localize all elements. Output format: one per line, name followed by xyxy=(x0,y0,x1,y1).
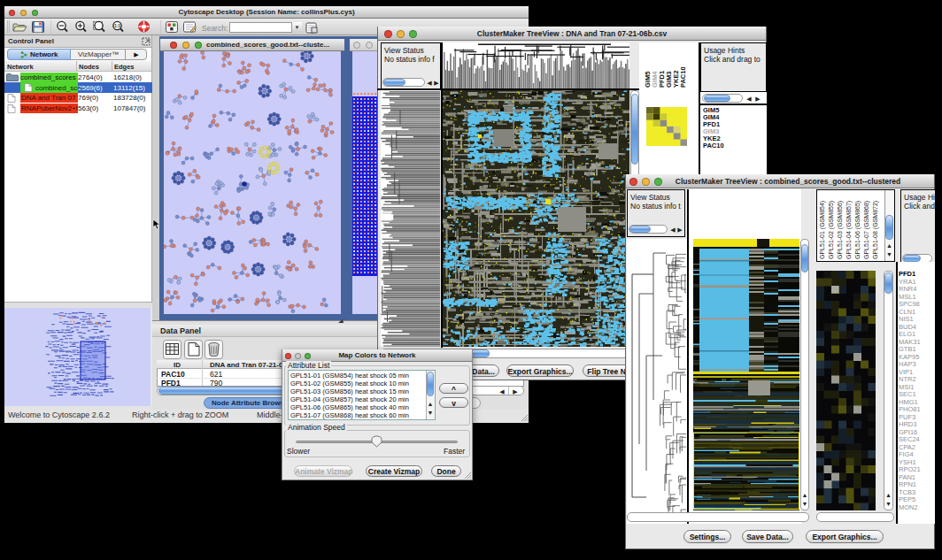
svg-text:1:1: 1:1 xyxy=(114,23,120,28)
